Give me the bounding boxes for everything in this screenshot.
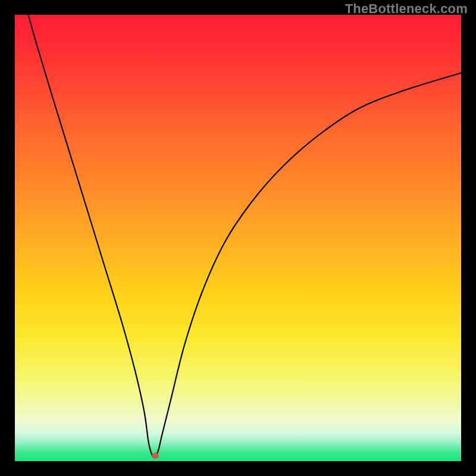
minimum-marker	[152, 453, 159, 459]
curve-svg	[15, 15, 461, 461]
plot-area	[15, 15, 461, 461]
bottleneck-curve	[29, 15, 462, 457]
chart-frame: TheBottleneck.com	[0, 0, 476, 476]
